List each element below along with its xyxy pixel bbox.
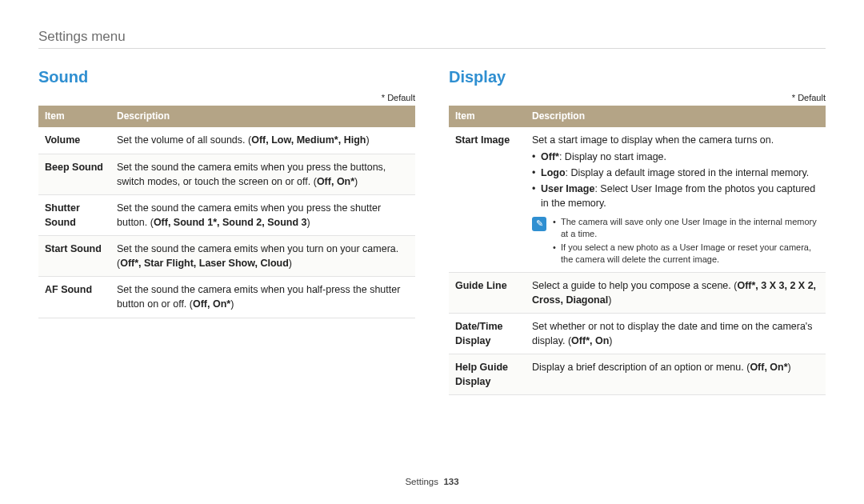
- sound-section: Sound * Default Item Description Volume …: [38, 68, 415, 395]
- two-column-layout: Sound * Default Item Description Volume …: [38, 68, 826, 395]
- row-desc-shutter: Set the sound the camera emits when you …: [110, 194, 415, 235]
- table-row: Start Image Set a start image to display…: [449, 127, 826, 272]
- row-item-startimg: Start Image: [449, 127, 526, 272]
- table-row: Help Guide Display Display a brief descr…: [449, 354, 826, 395]
- row-item-datetime: Date/Time Display: [449, 313, 526, 354]
- col-description: Description: [526, 106, 826, 127]
- table-row: Guide Line Select a guide to help you co…: [449, 272, 826, 313]
- list-item: Logo: Display a default image stored in …: [532, 166, 819, 180]
- sound-table: Item Description Volume Set the volume o…: [38, 106, 415, 318]
- table-row: Beep Sound Set the sound the camera emit…: [38, 154, 415, 194]
- table-header-row: Item Description: [449, 106, 826, 127]
- manual-page: Settings menu Sound * Default Item Descr…: [0, 0, 864, 504]
- display-table: Item Description Start Image Set a start…: [449, 106, 826, 395]
- table-row: Start Sound Set the sound the camera emi…: [38, 236, 415, 277]
- col-item: Item: [449, 106, 526, 127]
- list-item: User Image: Select User Image from the p…: [532, 182, 819, 210]
- row-item-helpguide: Help Guide Display: [449, 354, 526, 395]
- col-item: Item: [38, 106, 110, 127]
- page-footer: Settings 133: [0, 477, 864, 486]
- row-desc-volume: Set the volume of all sounds. (Off, Low,…: [110, 127, 415, 154]
- startimg-options-list: Off*: Display no start image. Logo: Disp…: [532, 150, 819, 211]
- footer-label: Settings: [405, 477, 438, 486]
- default-note-sound: * Default: [38, 93, 415, 102]
- row-desc-start: Set the sound the camera emits when you …: [110, 236, 415, 277]
- row-item-af: AF Sound: [38, 277, 110, 318]
- row-desc-af: Set the sound the camera emits when you …: [110, 277, 415, 318]
- row-item-beep: Beep Sound: [38, 154, 110, 194]
- display-section: Display * Default Item Description Start…: [449, 68, 826, 395]
- table-row: Date/Time Display Set whether or not to …: [449, 313, 826, 354]
- table-header-row: Item Description: [38, 106, 415, 127]
- note-list: The camera will save only one User Image…: [553, 215, 819, 266]
- list-item: Off*: Display no start image.: [532, 150, 819, 164]
- footer-page-number: 133: [443, 477, 458, 486]
- row-desc-helpguide: Display a brief description of an option…: [526, 354, 826, 395]
- col-description: Description: [110, 106, 415, 127]
- page-title: Settings menu: [38, 29, 826, 45]
- row-desc-guideline: Select a guide to help you compose a sce…: [526, 272, 826, 313]
- row-item-start: Start Sound: [38, 236, 110, 277]
- startimg-note: ✎ The camera will save only one User Ima…: [532, 215, 819, 266]
- row-desc-beep: Set the sound the camera emits when you …: [110, 154, 415, 194]
- default-note-display: * Default: [449, 93, 826, 102]
- title-divider: [38, 48, 826, 49]
- row-desc-datetime: Set whether or not to display the date a…: [526, 313, 826, 354]
- table-row: Shutter Sound Set the sound the camera e…: [38, 194, 415, 235]
- display-heading: Display: [449, 68, 826, 86]
- note-icon: ✎: [532, 217, 546, 231]
- sound-heading: Sound: [38, 68, 415, 86]
- row-item-shutter: Shutter Sound: [38, 194, 110, 235]
- list-item: If you select a new photo as a User Imag…: [553, 242, 819, 266]
- table-row: Volume Set the volume of all sounds. (Of…: [38, 127, 415, 154]
- row-item-volume: Volume: [38, 127, 110, 154]
- row-desc-startimg: Set a start image to display when the ca…: [526, 127, 826, 272]
- table-row: AF Sound Set the sound the camera emits …: [38, 277, 415, 318]
- list-item: The camera will save only one User Image…: [553, 216, 819, 241]
- row-item-guideline: Guide Line: [449, 272, 526, 313]
